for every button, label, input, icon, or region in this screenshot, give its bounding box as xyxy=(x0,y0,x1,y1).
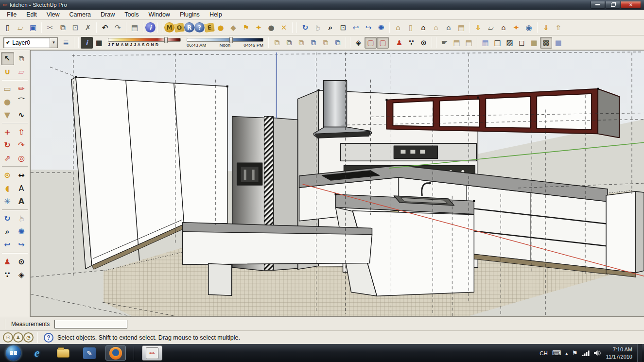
new-icon[interactable]: ▯ xyxy=(1,21,14,34)
viewport-3d[interactable] xyxy=(30,50,644,317)
rectangle-tool-icon[interactable]: ▭ xyxy=(1,82,14,95)
taskbar-paint-button[interactable]: ✎ xyxy=(79,345,100,361)
entity-list-b-icon[interactable]: ▤ xyxy=(463,37,475,49)
minimize-button[interactable] xyxy=(591,1,605,9)
model-canvas[interactable] xyxy=(31,51,644,316)
plugin-bell-icon[interactable]: ✦ xyxy=(252,21,265,34)
orbit-icon[interactable]: ↻ xyxy=(299,21,312,34)
layer-dropdown-arrow-icon[interactable]: ▼ xyxy=(50,38,57,48)
zoom-extents-icon[interactable]: ✺ xyxy=(375,21,387,34)
zoom-icon[interactable]: ⌕ xyxy=(324,21,337,34)
entity-list-a-icon[interactable]: ▤ xyxy=(451,37,463,49)
sign-in-icon[interactable]: ◔ xyxy=(23,332,34,343)
plugin-cross-icon[interactable]: ✕ xyxy=(278,21,290,34)
menu-view[interactable]: View xyxy=(42,10,65,19)
walk-icon[interactable]: ∵ xyxy=(405,37,418,49)
textured-icon[interactable]: ▩ xyxy=(540,37,552,49)
menu-tools[interactable]: Tools xyxy=(120,10,143,19)
wireframe-icon[interactable]: □ xyxy=(491,37,504,49)
move-tool-icon[interactable]: + xyxy=(1,125,14,138)
close-button[interactable]: ✕ xyxy=(621,1,641,9)
right-end-cabinet[interactable] xyxy=(606,191,644,277)
layer-manager-icon[interactable]: ≣ xyxy=(60,37,72,49)
shadow-settings-icon[interactable]: i xyxy=(81,37,93,49)
style-f-icon[interactable]: ⧉ xyxy=(331,37,344,49)
menu-plugins[interactable]: Plugins xyxy=(175,10,205,19)
redo-icon[interactable]: ↷ xyxy=(111,21,124,34)
hidden-line-icon[interactable]: ◻ xyxy=(516,37,528,49)
view-back-icon[interactable]: ⌂ xyxy=(442,21,455,34)
position-camera-tool-icon[interactable]: ♟ xyxy=(1,255,14,268)
open-icon[interactable]: ▱ xyxy=(14,21,27,34)
style-e-icon[interactable]: ⧉ xyxy=(319,37,331,49)
arc-tool-icon[interactable]: ⌒ xyxy=(15,95,28,108)
style-b-icon[interactable]: ⧉ xyxy=(283,37,295,49)
paint-bucket-icon[interactable]: ∪ xyxy=(1,65,14,78)
plugin-o-icon[interactable]: O xyxy=(174,22,185,33)
back-edges-icon[interactable]: ▨ xyxy=(504,37,516,49)
shadow-date-slider[interactable]: J F M A M J J A S O N D xyxy=(108,38,181,47)
text-tool-icon[interactable]: A xyxy=(15,182,28,195)
compass-tool-icon[interactable]: ◈ xyxy=(15,268,28,281)
taskbar-sketchup-button[interactable]: ✏ xyxy=(142,345,162,361)
pan-icon[interactable]: ☞ xyxy=(312,21,324,34)
start-button[interactable] xyxy=(6,345,21,361)
compass-icon[interactable]: ◈ xyxy=(352,37,365,49)
save-icon[interactable]: ▣ xyxy=(27,21,39,34)
section-planes-icon[interactable]: ▢ xyxy=(365,37,377,49)
menu-edit[interactable]: Edit xyxy=(21,10,42,19)
plugin-m-icon[interactable]: M xyxy=(164,22,174,33)
zoom-extents-tool-icon[interactable]: ✺ xyxy=(15,225,28,238)
dimension-tool-icon[interactable]: ↔ xyxy=(15,169,28,182)
style-a-icon[interactable]: ⧉ xyxy=(271,37,283,49)
offset-tool-icon[interactable]: ◎ xyxy=(15,152,28,165)
delete-icon[interactable]: ✗ xyxy=(82,21,94,34)
view-iso-icon[interactable]: ⌂ xyxy=(392,21,404,34)
view-top-icon[interactable]: ⌂ xyxy=(430,21,442,34)
keyboard-icon[interactable]: ⌨ xyxy=(552,349,561,357)
context-help-icon[interactable]: ? xyxy=(44,333,53,343)
zoom-next-icon[interactable]: ↪ xyxy=(362,21,375,34)
print-icon[interactable]: ▤ xyxy=(128,21,141,34)
walk-tool-icon[interactable]: ∵ xyxy=(1,268,14,281)
paste-icon[interactable]: ⊡ xyxy=(69,21,82,34)
share-model-icon[interactable]: ⇧ xyxy=(552,21,565,34)
tape-measure-icon[interactable]: ⊙ xyxy=(1,169,14,182)
get-current-view-icon[interactable]: ⇩ xyxy=(472,21,485,34)
previous-view-icon[interactable]: ↩ xyxy=(1,238,14,251)
plugin-diamond-icon[interactable]: ◆ xyxy=(227,21,240,34)
zoom-window-icon[interactable]: ⊡ xyxy=(337,21,349,34)
photo-textures-icon[interactable]: ⌂ xyxy=(497,21,510,34)
claim-credit-icon[interactable]: ♟ xyxy=(13,332,23,343)
circle-tool-icon[interactable]: ● xyxy=(1,95,14,108)
taskbar-ie-button[interactable]: e xyxy=(27,345,47,361)
geolocation-icon[interactable]: ☉ xyxy=(3,332,13,343)
rotate-tool-icon[interactable]: ↻ xyxy=(1,138,14,152)
plugin-flag-icon[interactable]: ⚑ xyxy=(240,21,252,34)
position-camera-icon[interactable]: ♟ xyxy=(393,37,405,49)
show-hidden-icons[interactable]: ▴ xyxy=(566,351,568,356)
title-bar[interactable]: ✏ kitchen - SketchUp Pro ✕ xyxy=(0,0,644,10)
plugin-sphere-icon[interactable]: ● xyxy=(214,21,227,34)
follow-me-tool-icon[interactable]: ↷ xyxy=(15,138,28,152)
measurements-input[interactable] xyxy=(54,320,127,328)
plugin-r-icon[interactable]: R xyxy=(184,22,194,33)
add-location-icon[interactable]: ✦ xyxy=(510,21,522,34)
language-indicator[interactable]: CH xyxy=(540,350,548,356)
eraser-icon[interactable]: ▱ xyxy=(15,65,28,78)
push-pull-tool-icon[interactable]: ⇧ xyxy=(15,125,28,138)
taskbar-firefox-button[interactable] xyxy=(105,345,126,361)
pointing-hand-icon[interactable]: ☛ xyxy=(438,37,451,49)
section-cuts-icon[interactable]: ▢ xyxy=(377,37,389,49)
cut-icon[interactable]: ✂ xyxy=(44,21,56,34)
get-models-icon[interactable]: ⇓ xyxy=(540,21,552,34)
show-desktop-button[interactable] xyxy=(637,344,642,362)
plugin-e-icon[interactable]: E xyxy=(204,22,215,33)
view-right-icon[interactable]: ▤ xyxy=(455,21,468,34)
toggle-terrain-icon[interactable]: ▱ xyxy=(485,21,497,34)
menu-file[interactable]: File xyxy=(2,10,21,19)
copy-icon[interactable]: ⧉ xyxy=(56,21,69,34)
menu-draw[interactable]: Draw xyxy=(96,10,120,19)
orbit-tool-icon[interactable]: ↻ xyxy=(1,212,14,225)
undo-icon[interactable]: ↶ xyxy=(99,21,111,34)
